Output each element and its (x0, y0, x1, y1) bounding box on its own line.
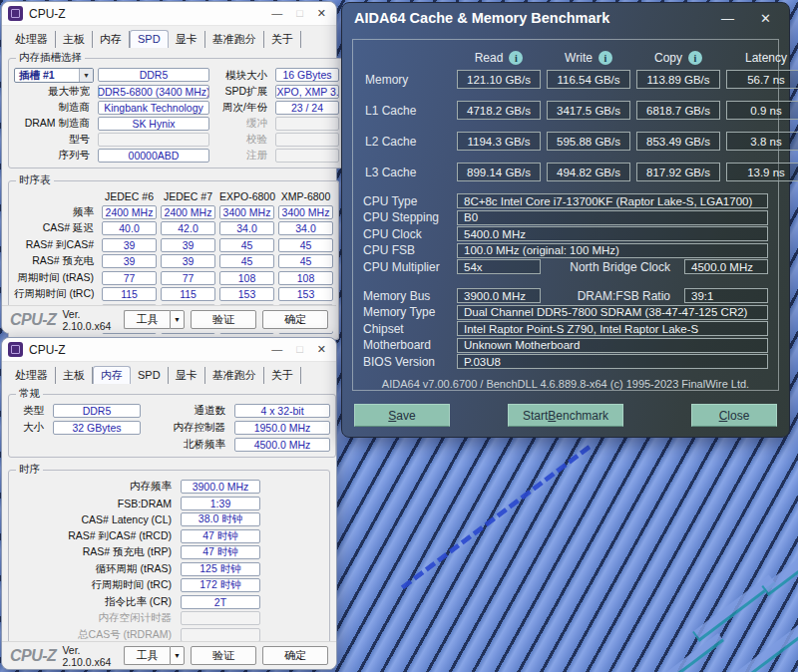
chevron-down-icon[interactable]: ▼ (79, 69, 93, 82)
bench-value: 4718.2 GB/s (457, 101, 541, 120)
info-label: CPU Type (363, 194, 451, 208)
info-icon[interactable]: i (509, 51, 523, 65)
timing-row-label: 总CAS号 (tRDRAM) (26, 628, 176, 642)
field-label: SPD扩展 (213, 85, 271, 99)
minimize-icon[interactable]: — (271, 344, 282, 355)
info-value: P.03U8 (457, 354, 768, 369)
bench-column-header: Copyi (636, 51, 720, 65)
tools-button[interactable]: 工具 (124, 646, 170, 665)
timing-groupbox: 时序 内存频率3900.0 MHzFSB:DRAM1:39CAS# Latenc… (8, 463, 330, 664)
tab-SPD[interactable]: SPD (131, 367, 169, 384)
tab-显卡[interactable]: 显卡 (169, 31, 205, 48)
groupbox-title: 内存插槽选择 (16, 51, 85, 65)
tab-关于[interactable]: 关于 (264, 367, 301, 384)
timing-cell: 3400 MHz (219, 205, 274, 219)
tools-button[interactable]: 工具 (124, 310, 170, 329)
controller-label: 内存控制器 (146, 421, 229, 435)
ok-button[interactable]: 确定 (262, 646, 328, 665)
tab-显卡[interactable]: 显卡 (169, 367, 205, 384)
timing-row-label: RAS# 到CAS# (14, 238, 98, 252)
info-label: Chipset (363, 322, 451, 336)
close-icon[interactable]: ✕ (760, 12, 771, 25)
bench-value: 6818.7 GB/s (636, 101, 720, 120)
field-label: DRAM 制造商 (14, 117, 94, 131)
field-value (98, 133, 209, 147)
aida64-benchmark-window: AIDA64 Cache & Memory Benchmark — ✕ Read… (341, 2, 790, 438)
close-button[interactable]: Close (691, 404, 777, 427)
tab-关于[interactable]: 关于 (264, 31, 301, 48)
bench-row: L1 Cache4718.2 GB/s3417.5 GB/s6818.7 GB/… (363, 101, 768, 120)
info-value: Unknown Motherboard (457, 338, 768, 353)
tab-内存[interactable]: 内存 (93, 366, 131, 384)
statusbar: CPU-Z Ver. 2.10.0.x64 工具 ▼ 验证 确定 (2, 305, 336, 333)
validate-button[interactable]: 验证 (191, 310, 256, 329)
timing-row-label: 循环周期 (tRAS) (26, 562, 176, 576)
minimize-icon[interactable]: — (721, 12, 734, 25)
timing-cell: 77 (161, 271, 215, 285)
timing-cell: 34.0 (278, 221, 333, 235)
tab-处理器[interactable]: 处理器 (8, 367, 56, 384)
timing-row-label: 周期时间 (tRAS) (14, 271, 98, 285)
bench-column-header: Writei (547, 51, 630, 65)
validate-button[interactable]: 验证 (191, 646, 256, 665)
tab-处理器[interactable]: 处理器 (8, 31, 56, 48)
info-label: CPU Clock (363, 227, 451, 241)
info-row: BIOS VersionP.03U8 (363, 354, 768, 369)
groupbox-title: 时序表 (16, 173, 54, 187)
tab-SPD[interactable]: SPD (130, 30, 169, 48)
close-icon[interactable]: ✕ (317, 344, 326, 355)
save-button[interactable]: Save (354, 404, 450, 427)
timing-cell: 115 (161, 287, 215, 301)
timing-row-value: 2T (181, 595, 260, 609)
timing-cell: 42.0 (161, 221, 215, 235)
column-header-label: Latency (745, 51, 787, 65)
cpuz-logo: CPU-Z (10, 647, 56, 665)
timing-cell: 39 (102, 254, 157, 268)
button-bar: Save Start Benchmark Close (354, 404, 777, 427)
info-value: 3900.0 MHz (457, 288, 541, 303)
memory-slot-selector[interactable]: 插槽 #1▼ (14, 68, 94, 83)
timing-cell: 39 (102, 238, 157, 252)
tools-dropdown-icon[interactable]: ▼ (170, 310, 185, 329)
channels-label: 通道数 (146, 404, 229, 418)
type-value: DDR5 (53, 404, 141, 418)
tab-主板[interactable]: 主板 (56, 31, 93, 48)
close-icon[interactable]: ✕ (317, 8, 326, 19)
minimize-icon[interactable]: — (271, 8, 282, 19)
bench-column-header: Readi (457, 51, 541, 65)
start-benchmark-button[interactable]: Start Benchmark (508, 404, 623, 427)
info-row: CPU Multiplier54xNorth Bridge Clock4500.… (363, 259, 768, 274)
tab-bar: 处理器主板内存SPD显卡基准跑分关于 (2, 27, 336, 48)
field-label: 校验 (213, 133, 271, 147)
cpuz-app-icon (8, 6, 23, 21)
info-label: CPU Multiplier (363, 260, 451, 274)
bench-row-label: L1 Cache (363, 104, 451, 118)
bench-value: 121.10 GB/s (457, 70, 541, 89)
tab-内存[interactable]: 内存 (93, 31, 130, 48)
timing-row-value (181, 611, 260, 625)
timing-cell: 77 (102, 271, 157, 285)
tab-基准跑分[interactable]: 基准跑分 (205, 31, 264, 48)
slot-selector-value: 插槽 #1 (15, 69, 79, 82)
field-value: Kingbank Technology (98, 101, 209, 115)
info-icon[interactable]: i (688, 51, 702, 65)
tab-基准跑分[interactable]: 基准跑分 (205, 367, 264, 384)
timing-row-label: RAS# 预充电 (tRP) (26, 545, 176, 559)
tools-dropdown-icon[interactable]: ▼ (170, 646, 185, 665)
field-value: 16 GBytes (275, 68, 339, 82)
ok-button[interactable]: 确定 (262, 310, 328, 329)
cpuz-logo: CPU-Z (10, 311, 56, 329)
timing-row-label: CAS# Latency (CL) (26, 513, 176, 525)
bench-value: 3.8 ns (726, 132, 798, 151)
field-value: SK Hynix (98, 117, 209, 131)
field-value (275, 117, 339, 131)
info-icon[interactable]: i (598, 51, 612, 65)
size-value: 32 GBytes (53, 421, 141, 435)
timing-row-value: 38.0 时钟 (181, 512, 260, 526)
titlebar: CPU-Z — □ ✕ (2, 338, 336, 362)
tab-主板[interactable]: 主板 (56, 367, 93, 384)
timing-cell: 108 (278, 271, 333, 285)
field-label: 制造商 (14, 101, 94, 115)
bench-value: 595.88 GB/s (547, 132, 630, 151)
timing-cell: 2400 MHz (102, 205, 157, 219)
